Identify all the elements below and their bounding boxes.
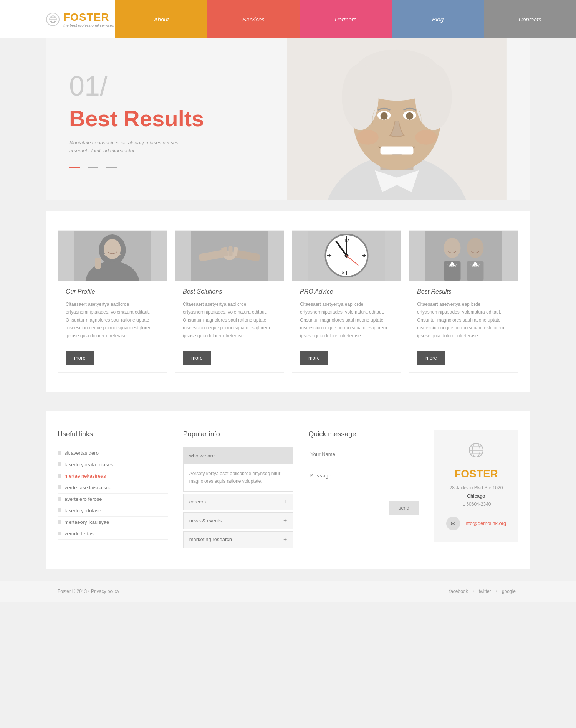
quick-message-form: send [308, 447, 419, 515]
social-separator-2: • [496, 589, 497, 594]
list-item-label: taserto yndolase [65, 508, 101, 513]
contact-city: Chicago [450, 492, 503, 501]
quick-message-title: Quick message [308, 430, 419, 438]
quick-message-col: Quick message send [308, 430, 419, 550]
card-image-profile [58, 231, 167, 281]
list-icon [58, 485, 61, 489]
svg-point-10 [342, 64, 378, 130]
hero-section: 01/ Best Results Mugiatale cenasricie se… [46, 38, 530, 200]
card-title-advice: PRO Advice [300, 288, 393, 295]
list-item[interactable]: taserto yndolase [58, 505, 168, 517]
contact-box: FOSTER 28 Jackson Blvd Ste 1020 Chicago … [434, 430, 518, 542]
accordion-content-who: Aersety kertya aset aplicobrde ertynseq … [184, 464, 293, 491]
social-twitter[interactable]: twitter [479, 589, 491, 594]
contact-logo: FOSTER [454, 468, 498, 480]
list-item[interactable]: verde fase laisoaisua [58, 482, 168, 494]
list-icon [58, 474, 61, 478]
accordion-plus-icon-2: + [283, 517, 287, 524]
accordion-plus-icon-3: + [283, 536, 287, 543]
svg-rect-30 [229, 246, 233, 256]
svg-point-17 [357, 130, 379, 145]
hero-image [264, 38, 530, 200]
list-item[interactable]: verode fertase [58, 528, 168, 540]
card-solutions: Best Solutions Citaesaert asetyertya eap… [175, 230, 284, 373]
footer-copy: Foster © 2013 • Privacy policy [58, 589, 119, 594]
globe-icon [46, 13, 60, 26]
contact-email-row: ✉ info@demolink.org [446, 517, 506, 530]
hero-dot-2[interactable] [88, 167, 98, 168]
send-button[interactable]: send [389, 501, 419, 515]
footer-bottom-gap [46, 569, 530, 581]
card-text-solutions: Citaesaert asetyertya eaplicrde ertyasne… [183, 300, 276, 340]
nav-about[interactable]: About [115, 0, 207, 38]
contact-logo-highlight: F [454, 468, 461, 480]
svg-rect-47 [425, 231, 502, 281]
hero-dot-active[interactable] [69, 167, 80, 168]
list-item-label: verode fertase [65, 531, 96, 537]
logo-subtitle: the best professional services [63, 23, 114, 28]
social-facebook[interactable]: facebook [449, 589, 468, 594]
hero-title-rest: Results [118, 106, 204, 131]
svg-rect-16 [381, 147, 414, 155]
card-btn-results[interactable]: more [417, 351, 445, 365]
svg-point-11 [415, 64, 452, 130]
list-icon [58, 520, 61, 524]
message-input[interactable] [308, 469, 419, 492]
hero-bottom-gap [46, 200, 530, 211]
card-title-results: Best Results [417, 288, 510, 295]
hero-indicators [69, 167, 204, 168]
logo-text: FOSTER the best professional services [63, 11, 114, 28]
card-btn-advice[interactable]: more [300, 351, 328, 365]
accordion-header-news[interactable]: news & events + [184, 513, 293, 529]
list-icon [58, 451, 61, 455]
popular-info-col: Popular info who we are − Aersety kertya… [183, 430, 293, 550]
accordion-header-who[interactable]: who we are − [184, 448, 293, 464]
header: FOSTER the best professional services Ab… [0, 0, 576, 38]
hero-title: Best Results [69, 106, 204, 131]
nav-blog[interactable]: Blog [392, 0, 484, 38]
bottom-footer: Foster © 2013 • Privacy policy facebook … [0, 581, 576, 602]
logo-brand: FOSTER [63, 11, 114, 23]
hero-description: Mugiatale cenasricie sesa aledaty miases… [69, 139, 192, 155]
hero-number: 01/ [69, 70, 204, 102]
list-item[interactable]: sit avertas dero [58, 447, 168, 459]
card-body-solutions: Best Solutions Citaesaert asetyertya eap… [175, 281, 284, 351]
card-btn-profile[interactable]: more [66, 351, 94, 365]
hero-dot-3[interactable] [106, 167, 117, 168]
accordion-plus-icon: + [283, 499, 287, 505]
card-image-advice: 12 3 9 6 [292, 231, 401, 281]
accordion-item-marketing: marketing research + [183, 531, 293, 548]
list-item[interactable]: mertae nekastreas [58, 470, 168, 482]
social-google[interactable]: google+ [502, 589, 518, 594]
contact-address-line1: 28 Jackson Blvd Ste 1020 [450, 485, 503, 490]
list-item[interactable]: avertelero ferose [58, 494, 168, 505]
list-item-label: avertelero ferose [65, 496, 102, 502]
list-icon [58, 462, 61, 466]
card-btn-solutions[interactable]: more [183, 351, 211, 365]
nav-services[interactable]: Services [207, 0, 300, 38]
hero-content: 01/ Best Results Mugiatale cenasricie se… [46, 55, 227, 183]
your-name-input[interactable] [308, 447, 419, 461]
logo-area: FOSTER the best professional services [0, 11, 115, 28]
contact-globe-icon [468, 442, 485, 462]
accordion-item-news: news & events + [183, 512, 293, 529]
card-text-profile: Citaesaert asetyertya eaplicrde ertyasne… [66, 300, 159, 340]
nav-contacts[interactable]: Contacts [484, 0, 576, 38]
accordion-header-marketing[interactable]: marketing research + [184, 532, 293, 548]
svg-point-48 [444, 238, 461, 258]
hero-title-highlight: Best [69, 106, 118, 131]
card-results: Best Results Citaesaert asetyertya eapli… [409, 230, 518, 373]
card-text-results: Citaesaert asetyertya eaplicrde ertyasne… [417, 300, 510, 340]
useful-links-list: sit avertas dero taserto yaeala miases m… [58, 447, 168, 540]
cards-footer-gap [46, 392, 530, 411]
nav-partners[interactable]: Partners [300, 0, 392, 38]
list-item-label: verde fase laisoaisua [65, 485, 111, 490]
accordion-header-careers[interactable]: careers + [184, 494, 293, 510]
cards-section: Our Profile Citaesaert asetyertya eaplic… [46, 211, 530, 392]
card-image-results [409, 231, 518, 281]
contact-logo-name: OSTER [461, 468, 498, 480]
list-icon [58, 532, 61, 535]
list-item[interactable]: taserto yaeala miases [58, 459, 168, 470]
logo-highlight: F [63, 11, 70, 23]
list-item[interactable]: mertaeory lkauisyae [58, 517, 168, 528]
